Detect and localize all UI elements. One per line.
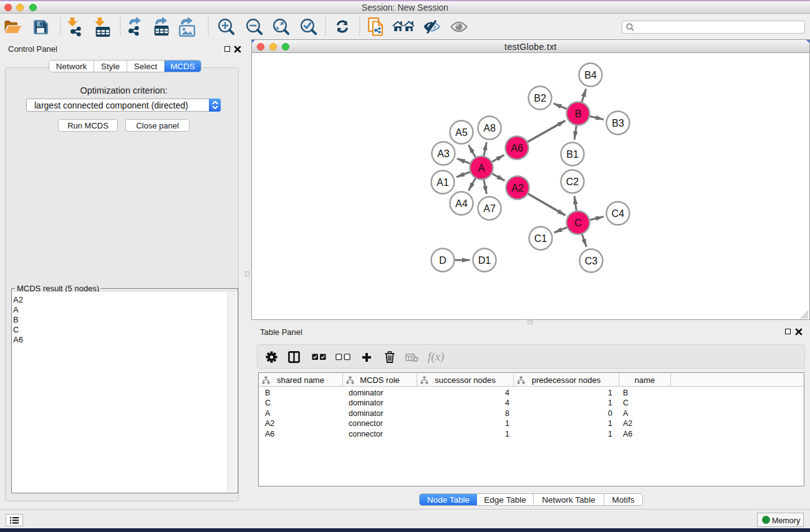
svg-text:C2: C2 [566,177,579,187]
svg-text:A4: A4 [455,198,468,209]
svg-text:D1: D1 [478,255,491,266]
svg-text:B: B [575,109,582,119]
svg-text:A: A [478,163,485,173]
svg-text:B2: B2 [534,93,546,104]
svg-text:D: D [439,255,446,266]
svg-text:C4: C4 [612,208,625,219]
svg-text:B1: B1 [566,149,579,160]
svg-text:A1: A1 [436,177,449,188]
svg-text:A5: A5 [455,127,468,138]
svg-text:C3: C3 [585,256,598,266]
svg-text:A3: A3 [437,148,450,159]
svg-text:B3: B3 [612,118,624,128]
svg-text:A2: A2 [511,183,524,193]
svg-text:B4: B4 [584,70,597,80]
svg-text:C: C [574,218,582,228]
svg-text:C1: C1 [534,233,547,244]
svg-text:A7: A7 [483,203,496,214]
svg-text:A6: A6 [511,143,523,153]
svg-text:A8: A8 [483,123,496,133]
